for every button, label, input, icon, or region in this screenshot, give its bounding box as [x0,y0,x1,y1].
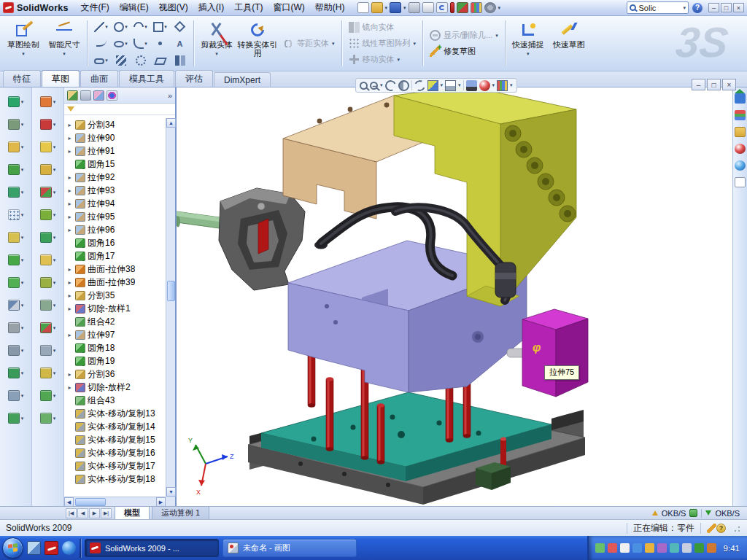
tree-item[interactable]: ▸分割34 [66,118,166,131]
tree-item[interactable]: 组合43 [66,394,166,407]
flyout-tool[interactable]: ▾ [34,249,63,271]
file-explorer-icon[interactable] [735,127,746,137]
doc-restore-icon[interactable]: □ [707,79,721,90]
red-stop-icon[interactable] [450,2,454,13]
print-preview-icon[interactable] [422,2,434,13]
flyout-tool[interactable]: ▾ [34,407,63,429]
ellipse-tool[interactable]: ▾ [111,35,131,52]
flyout-tool[interactable]: ▾ [1,294,31,316]
tab-model[interactable]: 模型 [115,506,150,520]
restore-icon[interactable]: □ [721,3,732,12]
menu-help[interactable]: 帮助(H) [310,0,350,15]
taskbar-button-paint[interactable]: 未命名 - 画图 [222,539,357,557]
rotate-view-icon[interactable] [412,78,426,92]
flyout-tool[interactable]: ▾ [1,384,31,407]
line-tool[interactable]: ▾ [91,18,111,35]
rapid-sketch-button[interactable]: 快速草图 [549,18,589,69]
convert-entities-button[interactable]: 转换实体引用 [237,18,278,69]
tree-item[interactable]: 圆角19 [66,354,166,368]
tray-icon[interactable] [632,543,642,553]
zoom-dropdown-icon[interactable]: ▾ [380,82,383,88]
circle-tool[interactable]: ▾ [111,18,131,35]
tree-filter-row[interactable] [64,104,175,115]
tree-item[interactable]: 圆角15 [66,158,166,171]
tree-item[interactable]: ▸分割35 [66,289,166,302]
options-dropdown-icon[interactable]: ▾ [498,5,501,11]
doc-minimize-icon[interactable]: – [692,79,705,90]
tray-icon[interactable] [682,543,692,553]
tab-surfaces[interactable]: 曲面 [80,70,118,87]
flyout-tool[interactable]: ▾ [1,136,31,158]
tree-item[interactable]: ▸拉伸92 [66,171,166,184]
tree-item[interactable]: 实体-移动/复制13 [66,407,166,420]
flyout-tool[interactable]: ▾ [1,407,31,429]
repair-sketch-button[interactable]: 修复草图 [427,44,501,59]
feature-tree-tab-icon[interactable] [67,90,78,101]
search-input[interactable] [638,4,681,12]
tree-item[interactable]: 实体-移动/复制16 [66,446,166,459]
appearance-icon[interactable] [479,80,490,91]
flyout-tool[interactable]: ▾ [34,181,63,203]
menu-view[interactable]: 视图(V) [154,0,193,15]
rebuild-icon[interactable] [457,2,468,13]
orientation-dropdown-icon[interactable]: ▾ [441,82,444,88]
scene-library-icon[interactable] [735,160,746,171]
prev-tab-icon[interactable]: ◀ [77,508,88,518]
tree-item[interactable]: ▸拉伸91 [66,144,166,158]
tab-mold-tools[interactable]: 模具工具 [119,70,174,87]
sketch-dropdown-icon[interactable]: ▾ [22,50,25,58]
help-icon[interactable]: ? [692,3,703,13]
trim-dropdown-icon[interactable]: ▾ [215,50,218,58]
graphics-viewport[interactable]: φ Y Z X [177,88,732,506]
tree-vertical-scrollbar[interactable]: ▲ ▼ [166,118,175,497]
flyout-tool[interactable]: ▾ [34,362,63,384]
tree-item[interactable]: ▸拉伸95 [66,210,166,223]
quicklaunch-browser-icon[interactable] [62,541,76,555]
tree-item[interactable]: ▸拉伸94 [66,197,166,210]
flyout-tool[interactable]: ▾ [1,226,31,249]
flyout-tool[interactable]: ▾ [1,203,31,226]
flyout-tool[interactable]: ▾ [1,113,31,136]
expand-arrow-icon[interactable]: ▸ [66,148,73,155]
expand-arrow-icon[interactable]: ▸ [66,371,73,378]
tree-item[interactable]: 圆角17 [66,249,166,262]
rectangle-tool[interactable]: ▾ [150,18,170,35]
help-question-icon[interactable]: ? [716,524,726,533]
tray-icon[interactable] [608,543,617,553]
tree-item[interactable]: ▸切除-放样2 [66,381,166,394]
tree-item[interactable]: ▸拉伸96 [66,223,166,236]
flyout-tool[interactable]: ▾ [34,316,63,339]
flyout-tool[interactable]: ▾ [1,90,31,113]
flyout-tool[interactable]: ▾ [34,158,63,181]
arc-tool[interactable]: ▾ [131,18,150,35]
menu-edit[interactable]: 编辑(E) [115,0,154,15]
search-box[interactable]: ▾ [627,1,689,14]
offset-entities-button[interactable]: 等距实体 ▾ [279,36,338,51]
home-icon[interactable] [735,93,746,104]
flyout-tool[interactable]: ▾ [34,113,63,136]
tab-motion-study[interactable]: 运动算例 1 [152,506,209,520]
expand-arrow-icon[interactable]: ▸ [66,201,73,207]
menu-insert[interactable]: 插入(I) [193,0,229,15]
perimeter-circle-tool[interactable] [131,52,150,69]
model-insert-magenta[interactable]: φ [522,309,588,397]
tree-item[interactable]: 实体-移动/复制15 [66,433,166,446]
taskbar-button-solidworks[interactable]: SolidWorks 2009 - ... [85,539,219,557]
tree-item[interactable]: 组合42 [66,315,166,328]
flyout-tool[interactable]: ▾ [34,294,63,316]
flyout-tool[interactable]: ▾ [1,158,31,181]
previous-view-icon[interactable] [383,78,397,92]
flyout-tool[interactable]: ▾ [1,271,31,294]
first-tab-icon[interactable]: |◀ [66,508,77,518]
tab-evaluate[interactable]: 评估 [175,70,213,87]
tree-item[interactable]: 圆角18 [66,341,166,354]
expand-arrow-icon[interactable]: ▸ [66,292,73,299]
flyout-tool[interactable]: ▾ [34,90,63,113]
zoom-area-icon[interactable] [370,82,378,90]
custom-properties-icon[interactable] [735,177,746,187]
menu-window[interactable]: 窗口(W) [268,0,310,15]
menu-file[interactable]: 文件(F) [76,0,115,15]
smart-dimension-dropdown-icon[interactable]: ▾ [63,50,66,58]
minimize-icon[interactable]: – [708,3,719,12]
shadows-icon[interactable] [466,80,477,91]
